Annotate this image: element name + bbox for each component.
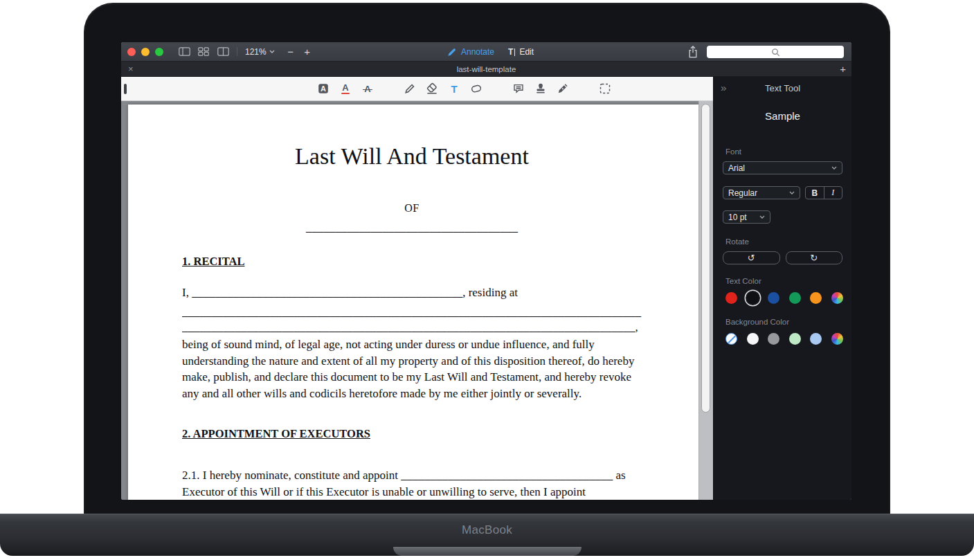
background-color-light-green[interactable] (789, 333, 801, 345)
clause-2-1-line1: 2.1. I hereby nominate, constitute and a… (182, 467, 642, 484)
search-input[interactable] (707, 46, 844, 58)
zoom-level-dropdown[interactable]: 121% (245, 47, 275, 57)
minimize-window-button[interactable] (141, 48, 150, 56)
shapes-tool-button[interactable] (468, 80, 485, 98)
document-subtitle: OF (182, 201, 642, 215)
close-window-button[interactable] (127, 48, 136, 56)
eraser-icon (426, 82, 438, 95)
name-blank-line: ____________________________________ (182, 219, 642, 236)
note-icon (512, 82, 525, 95)
toolbar-right (685, 42, 844, 62)
sidebar-toggle-icon[interactable] (177, 45, 192, 59)
font-size-dropdown[interactable]: 10 pt (723, 210, 770, 224)
background-color-white[interactable] (747, 333, 759, 345)
search-icon (771, 48, 780, 57)
section1-heading: 1. RECITAL (182, 254, 642, 269)
traffic-lights (121, 48, 163, 56)
zoom-controls: 121% − + (245, 46, 314, 57)
collapse-panel-icon[interactable]: » (721, 82, 726, 93)
font-style-value: Regular (728, 188, 757, 198)
document-column: A A A (121, 77, 713, 500)
font-size-value: 10 pt (728, 213, 747, 222)
note-tool-button[interactable] (510, 80, 527, 98)
macbook-screen-bezel: 121% − + Annotate (84, 3, 890, 516)
text-color-blue[interactable] (768, 292, 779, 304)
eraser-tool-button[interactable] (424, 80, 440, 98)
pen-icon (404, 82, 416, 95)
strikethrough-tool-button[interactable]: A (359, 80, 376, 98)
document-page[interactable]: Last Will And Testament OF _____________… (128, 105, 698, 500)
background-color-light-blue[interactable] (810, 333, 822, 345)
annotate-mode-button[interactable]: Annotate (447, 47, 494, 57)
font-label: Font (725, 147, 851, 156)
select-tool-button[interactable] (597, 80, 613, 98)
edit-text-icon: T (508, 48, 515, 56)
text-tool-button[interactable]: T (446, 80, 462, 98)
strikethrough-icon: A (364, 84, 370, 93)
highlight-tool-button[interactable]: A (315, 80, 332, 98)
zoom-in-button[interactable]: + (301, 46, 314, 57)
text-color-black[interactable] (747, 292, 759, 304)
selection-group (597, 80, 613, 98)
background-color-gray[interactable] (768, 333, 779, 345)
highlight-icon: A (321, 84, 326, 93)
italic-button[interactable]: I (824, 187, 842, 199)
background-color-multicolor[interactable] (831, 333, 843, 345)
edit-label: Edit (519, 47, 534, 57)
rotate-cw-button[interactable]: ↻ (786, 251, 843, 264)
background-color-swatches (725, 333, 843, 345)
rotate-ccw-button[interactable]: ↺ (723, 251, 780, 264)
view-buttons (177, 45, 231, 59)
main-toolbar: 121% − + Annotate (121, 42, 851, 62)
chevron-down-icon (789, 191, 795, 195)
signature-tool-button[interactable] (554, 80, 571, 98)
tab-title: last-will-template (121, 62, 851, 76)
text-tool-panel: » Text Tool Sample Font Arial (713, 77, 851, 500)
text-color-orange[interactable] (810, 292, 822, 304)
stamp-tool-button[interactable] (532, 80, 549, 98)
bold-italic-segment: B I (805, 186, 842, 199)
stamps-group (510, 80, 571, 98)
share-icon (687, 46, 698, 58)
document-title: Last Will And Testament (182, 142, 642, 171)
font-family-value: Arial (728, 163, 745, 173)
main-region: A A A (121, 77, 851, 500)
share-button[interactable] (685, 45, 701, 59)
text-color-multicolor[interactable] (831, 292, 843, 304)
stamp-icon (534, 82, 547, 95)
thumbnails-view-icon[interactable] (196, 45, 211, 59)
zoom-out-button[interactable]: − (285, 46, 297, 57)
pen-tool-button[interactable] (402, 80, 418, 98)
text-color-swatches (725, 292, 843, 304)
edit-mode-button[interactable]: T Edit (508, 47, 534, 57)
rotate-cw-icon: ↻ (810, 253, 818, 263)
tab-bar[interactable]: × last-will-template + (121, 62, 851, 77)
split-view-icon[interactable] (215, 45, 231, 59)
selection-marquee-icon (599, 82, 611, 95)
font-style-dropdown[interactable]: Regular (723, 186, 800, 199)
underline-icon: A (341, 83, 350, 94)
font-family-dropdown[interactable]: Arial (723, 161, 842, 174)
rotate-ccw-icon: ↺ (748, 253, 755, 263)
background-color-none[interactable] (725, 333, 737, 345)
text-color-label: Text Color (725, 277, 851, 285)
background-color-label: Background Color (725, 318, 851, 326)
text-color-red[interactable] (725, 292, 737, 304)
zoom-window-button[interactable] (155, 48, 163, 56)
new-tab-button[interactable]: + (840, 62, 846, 76)
text-markup-group: A A A (315, 80, 376, 98)
scrollbar-thumb[interactable] (701, 104, 710, 413)
panel-drag-handle[interactable] (124, 84, 127, 94)
mode-switcher: Annotate T Edit (447, 42, 534, 62)
chevron-down-icon (759, 215, 765, 219)
underline-tool-button[interactable]: A (337, 80, 354, 98)
clause-2-1-line2: Executor of this Will or if this Executo… (182, 484, 642, 500)
toolbar-divider (237, 47, 237, 56)
text-style-preview: Sample (714, 110, 851, 122)
bold-button[interactable]: B (806, 187, 824, 199)
vertical-scrollbar[interactable] (698, 101, 713, 500)
annotate-pen-icon (447, 47, 457, 57)
text-color-green[interactable] (789, 292, 801, 304)
address-blank-line-2: ________________________________________… (182, 320, 642, 335)
signature-pen-icon (557, 82, 569, 95)
